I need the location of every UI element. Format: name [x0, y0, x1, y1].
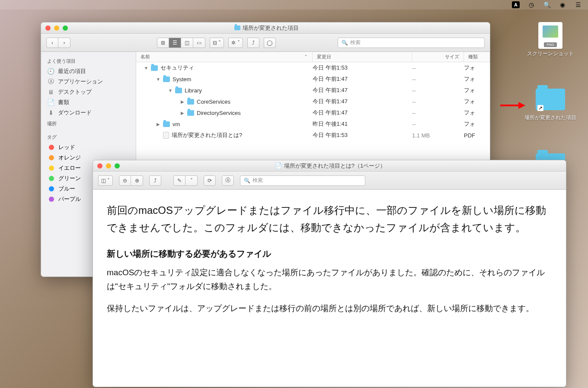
file-date: 今日 午前1:53 — [313, 64, 412, 72]
tag-color-dot — [49, 197, 54, 202]
arrange-button[interactable]: ⊟ ˅ — [210, 38, 224, 48]
table-row[interactable]: ▶CoreServices今日 午前1:47--フォ — [136, 96, 490, 107]
column-kind[interactable]: 種類 — [464, 52, 490, 62]
finder-toolbar: ‹ › ⊞ ☰ ◫ ▭ ⊟ ˅ ✲ ˅ ⤴ ◯ 🔍検索 — [41, 34, 490, 52]
desktop-icon-relocated-items[interactable]: 場所が変更された項目 — [522, 86, 578, 121]
folder-icon — [163, 121, 170, 127]
table-row[interactable]: ▶vm昨日 午後1:41--フォ — [136, 118, 490, 130]
table-row[interactable]: ▼セキュリティ今日 午前1:53--フォ — [136, 62, 490, 73]
sidebar-tag-label: グリーン — [58, 175, 81, 182]
disclosure-triangle[interactable]: ▶ — [180, 99, 185, 104]
folder-icon — [234, 25, 240, 30]
file-name: CoreServices — [197, 99, 230, 105]
disclosure-triangle[interactable]: ▶ — [180, 111, 185, 115]
zoom-in-button[interactable]: ⊕ — [131, 175, 143, 186]
file-date: 今日 午前1:47 — [313, 86, 412, 94]
finder-titlebar[interactable]: 場所が変更された項目 — [41, 22, 490, 34]
column-date[interactable]: 変更日 — [313, 52, 412, 62]
search-icon: 🔍 — [244, 178, 250, 184]
close-button[interactable] — [97, 163, 102, 169]
sidebar-tag-label: レッド — [58, 143, 75, 151]
folder-icon — [535, 86, 566, 112]
docs-icon: 📄 — [47, 99, 54, 106]
document-icon — [163, 132, 169, 139]
action-button[interactable]: ✲ ˅ — [228, 38, 243, 48]
file-size: -- — [412, 87, 464, 94]
search-input[interactable]: 🔍検索 — [240, 175, 365, 186]
list-view-button[interactable]: ☰ — [169, 38, 181, 48]
input-source-icon[interactable]: A — [512, 1, 520, 8]
markup-button[interactable]: Ⓐ — [222, 175, 234, 186]
column-view-button[interactable]: ◫ — [181, 38, 193, 48]
table-row[interactable]: ▼System今日 午前1:47--フォ — [136, 73, 490, 85]
file-kind: フォ — [464, 75, 490, 83]
sidebar-item[interactable]: ⬇ダウンロード — [41, 108, 136, 118]
sidebar-item-label: 書類 — [58, 99, 69, 106]
disclosure-triangle[interactable]: ▼ — [144, 66, 148, 70]
disclosure-triangle[interactable]: ▼ — [168, 88, 173, 93]
sidebar-item[interactable]: 📄書類 — [41, 97, 136, 108]
file-date: 今日 午前1:47 — [313, 75, 412, 83]
highlight-menu-button[interactable]: ˅ — [185, 175, 198, 186]
table-row[interactable]: ▼Library今日 午前1:47--フォ — [136, 85, 490, 96]
search-input[interactable]: 🔍検索 — [338, 38, 485, 48]
preview-toolbar: ◫ ˅ ⊖ ⊕ ⤴ ✎ ˅ ⟳ Ⓐ 🔍検索 — [93, 172, 566, 190]
forward-button[interactable]: › — [58, 38, 70, 48]
zoom-button[interactable] — [115, 163, 120, 169]
file-kind: フォ — [464, 86, 490, 94]
menu-list-icon[interactable]: ☰ — [574, 1, 582, 9]
sidebar-button[interactable]: ◫ ˅ — [98, 175, 113, 186]
folder-icon — [175, 88, 182, 93]
minimize-button[interactable] — [106, 163, 111, 169]
share-button[interactable]: ⤴ — [149, 175, 161, 186]
file-name: vm — [173, 121, 180, 127]
document-paragraph: macOSのセキュリティ設定に適合しなくなった場所にあったファイルがありました。… — [107, 266, 552, 294]
menubar: A ◷ 🔍 ◉ ☰ — [0, 0, 588, 10]
download-icon: ⬇ — [47, 109, 54, 116]
zoom-button[interactable] — [63, 25, 68, 31]
folder-icon — [151, 65, 158, 71]
file-name: 場所が変更された項目とは? — [172, 131, 242, 139]
column-size[interactable]: サイズ — [412, 52, 464, 62]
search-icon: 🔍 — [342, 40, 348, 46]
apps-icon: Ⓐ — [47, 78, 54, 86]
clock-icon[interactable]: ◷ — [527, 1, 535, 9]
highlight-button[interactable]: ✎ — [173, 175, 185, 186]
file-date: 今日 午前1:47 — [313, 109, 412, 117]
sidebar-item[interactable]: 🖥デスクトップ — [41, 87, 136, 97]
icon-view-button[interactable]: ⊞ — [157, 38, 169, 48]
sidebar-item[interactable]: Ⓐアプリケーション — [41, 76, 136, 87]
window-title: 場所が変更された項目 — [68, 24, 465, 32]
sidebar-tag-label: パープル — [58, 195, 81, 203]
file-size: -- — [412, 76, 464, 83]
preview-content[interactable]: 前回のmacOSアップグレードまたはファイル移行中に、一部のファイルを新しい場所… — [93, 190, 566, 387]
column-name[interactable]: 名前⌃ — [136, 52, 313, 62]
file-date: 今日 午前1:47 — [313, 98, 412, 105]
png-file-icon: PNG — [535, 22, 566, 48]
share-button[interactable]: ⤴ — [247, 38, 259, 48]
table-row[interactable]: 場所が変更された項目とは?今日 午前1:531.1 MBPDF — [136, 130, 490, 141]
sidebar-item[interactable]: 🕘最近の項目 — [41, 66, 136, 76]
sidebar-tag[interactable]: レッド — [41, 142, 136, 153]
file-kind: フォ — [464, 109, 490, 117]
close-button[interactable] — [45, 25, 51, 31]
gallery-view-button[interactable]: ▭ — [193, 38, 205, 48]
file-date: 昨日 午後1:41 — [313, 120, 412, 128]
tag-color-dot — [49, 186, 54, 191]
sidebar-header-favorites: よく使う項目 — [41, 55, 136, 66]
minimize-button[interactable] — [54, 25, 59, 31]
desktop-icon-screenshot[interactable]: PNG スクリーンショット — [522, 22, 578, 57]
back-button[interactable]: ‹ — [46, 38, 58, 48]
disclosure-triangle[interactable]: ▼ — [156, 77, 160, 82]
file-name: DirectoryServices — [197, 110, 241, 116]
zoom-out-button[interactable]: ⊖ — [119, 175, 131, 186]
disclosure-triangle[interactable]: ▶ — [156, 122, 160, 127]
spotlight-icon[interactable]: 🔍 — [543, 1, 551, 9]
rotate-button[interactable]: ⟳ — [204, 175, 216, 186]
window-title: 📄場所が変更された項目とは?（1ページ） — [120, 162, 541, 170]
preview-titlebar[interactable]: 📄場所が変更された項目とは?（1ページ） — [93, 160, 566, 172]
tags-button[interactable]: ◯ — [264, 38, 276, 48]
table-row[interactable]: ▶DirectoryServices今日 午前1:47--フォ — [136, 107, 490, 118]
siri-icon[interactable]: ◉ — [559, 1, 566, 9]
svg-marker-1 — [518, 102, 525, 109]
